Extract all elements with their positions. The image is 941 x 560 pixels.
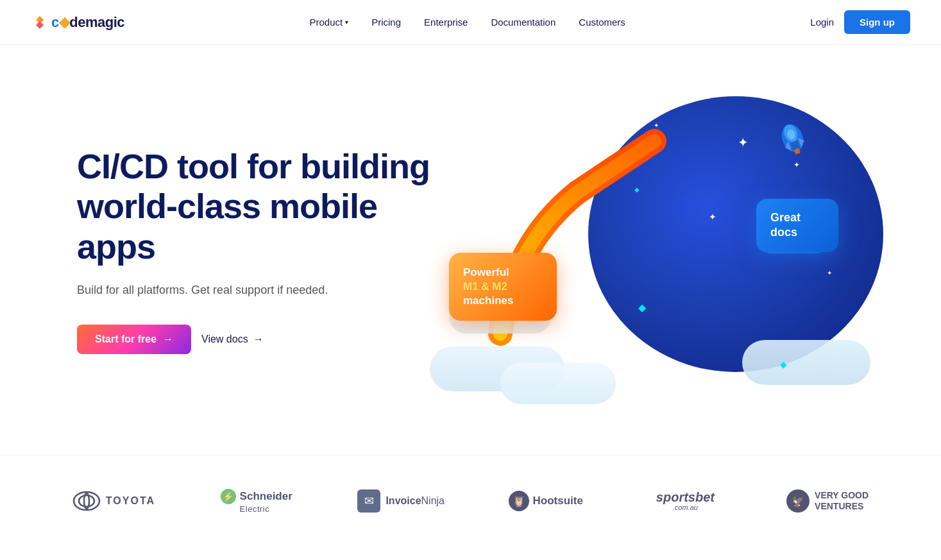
invoiceninja-name: InvoiceNinja [386,496,445,506]
logo[interactable]: c◆demagic [31,13,124,31]
hero-buttons: Start for free → View docs → [77,325,436,354]
hootsuite-logo: 🦉 Hootsuite [507,491,584,511]
schneider-name: Schneider [240,490,292,503]
star-3: ✦ [709,212,716,222]
m1-m2-card: Powerful M1 & M2 machines [449,253,557,321]
navbar: c◆demagic Product ▾ Pricing Enterprise D… [0,0,941,45]
great-docs-card: Great docs [756,199,838,252]
star-5: ✦ [654,122,659,129]
invoiceninja-logo: ✉ InvoiceNinja [357,489,445,513]
sparkle-1: ◆ [638,301,646,314]
hero-illustration: ✦ ✦ ✦ ✦ ✦ ◆ ◆ ◆ ◆ [436,83,864,417]
cloud-center [500,362,616,404]
login-button[interactable]: Login [810,17,834,28]
nav-product[interactable]: Product ▾ [309,17,348,28]
sportsbet-logo: sportsbet .com.au [647,491,724,511]
svg-marker-2 [40,16,44,24]
hero-left: CI/CD tool for building world-class mobi… [77,146,436,353]
great-docs-text: Great docs [770,210,824,241]
m1-m2-text: Powerful M1 & M2 machines [463,266,543,308]
cloud-right [742,340,870,385]
hootsuite-name: Hootsuite [533,495,583,507]
toyota-icon [72,487,101,515]
toyota-logo: TOYOTA [72,487,155,515]
nav-actions: Login Sign up [810,10,910,34]
docs-arrow-icon: → [253,334,264,345]
start-free-button[interactable]: Start for free → [77,325,191,354]
star-1: ✦ [738,135,749,150]
nav-customers[interactable]: Customers [579,17,625,28]
logos-section: TOYOTA ⚡ Schneider Electric ✉ InvoiceNin… [0,455,941,546]
logo-text: c◆demagic [51,14,124,31]
logo-icon [31,13,49,31]
product-chevron-icon: ▾ [345,19,348,26]
sparkle-3: ◆ [634,186,640,193]
nav-links: Product ▾ Pricing Enterprise Documentati… [309,17,625,28]
nav-pricing[interactable]: Pricing [371,17,401,28]
vgv-icon: 🦅 [786,489,810,513]
schneider-icon: ⚡ [221,489,236,504]
vgv-name: VERY GOODVENTURES [815,490,869,512]
toyota-text: TOYOTA [106,495,155,507]
start-arrow-icon: → [163,334,173,345]
signup-button[interactable]: Sign up [844,10,910,34]
star-4: ✦ [827,269,832,276]
svg-point-11 [79,495,94,507]
vgv-logo: 🦅 VERY GOODVENTURES [786,489,869,513]
hero-title: CI/CD tool for building world-class mobi… [77,146,436,266]
view-docs-button[interactable]: View docs → [201,334,264,345]
svg-text:🦅: 🦅 [792,495,804,507]
sparkle-4: ◆ [679,366,684,375]
sportsbet-name: sportsbet [656,491,715,504]
schneider-logo: ⚡ Schneider Electric [218,489,295,514]
nav-enterprise[interactable]: Enterprise [424,17,468,28]
sportsbet-sub: .com.au [656,504,715,511]
hero-section: CI/CD tool for building world-class mobi… [0,45,941,455]
hootsuite-icon: 🦉 [509,491,529,511]
invoiceninja-icon: ✉ [357,489,380,513]
hero-subtitle: Build for all platforms. Get real suppor… [77,282,436,299]
sparkle-2: ◆ [780,359,787,369]
schneider-sub: Electric [240,504,270,514]
nav-documentation[interactable]: Documentation [491,17,555,28]
